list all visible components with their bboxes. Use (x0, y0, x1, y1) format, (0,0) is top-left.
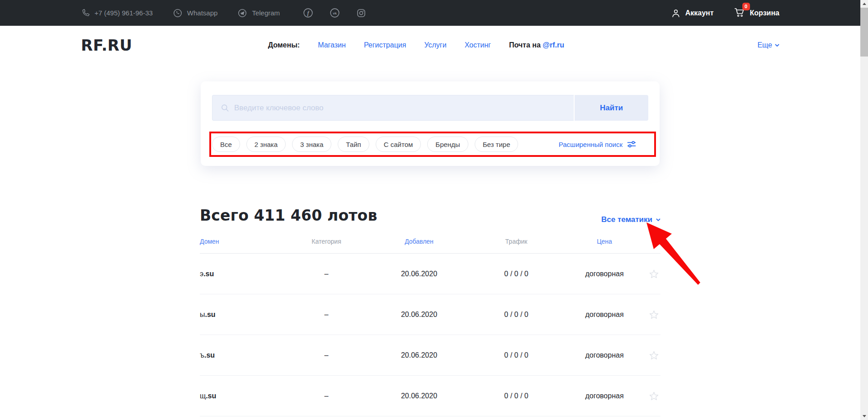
social-icons: f vk (302, 7, 367, 19)
category-cell: – (286, 270, 367, 278)
traffic-cell: 0 / 0 / 0 (471, 351, 561, 359)
account-icon (671, 8, 681, 18)
topbar-user-area: Аккаунт 0 Корзина (671, 7, 779, 19)
price-cell: договорная (561, 351, 647, 359)
domain-name[interactable]: ы.su (200, 311, 286, 319)
favorite-button[interactable] (647, 391, 660, 401)
account-button[interactable]: Аккаунт (671, 8, 714, 18)
domains-table: э.su – 20.06.2020 0 / 0 / 0 договорная ы… (200, 254, 660, 416)
whatsapp-icon (173, 8, 183, 18)
star-icon (649, 310, 659, 320)
telegram-label[interactable]: Telegram (252, 9, 280, 17)
whatsapp-label[interactable]: Whatsapp (187, 9, 218, 17)
scrollbar-down-button[interactable] (860, 412, 868, 420)
column-header: Категория (286, 238, 367, 245)
topbar: +7 (495) 961-96-33 Whatsapp Telegram f v… (0, 0, 860, 26)
advanced-search-label[interactable]: Расширенный поиск (559, 141, 623, 148)
cart-label[interactable]: Корзина (750, 9, 779, 17)
search-submit-button[interactable]: Найти (574, 95, 648, 121)
nav-link[interactable]: Регистрация (364, 41, 406, 49)
instagram-icon[interactable] (356, 8, 367, 19)
filter-chip[interactable]: Без тире (475, 137, 519, 152)
star-icon (649, 269, 659, 279)
filter-chip[interactable]: Все (212, 137, 240, 152)
svg-text:f: f (307, 10, 310, 16)
scrollbar-thumb[interactable] (860, 8, 868, 57)
more-menu-button[interactable]: Еще (757, 41, 779, 49)
filter-chip[interactable]: Бренды (427, 137, 468, 152)
domain-name[interactable]: щ.su (200, 392, 286, 400)
table-row[interactable]: ы.su – 20.06.2020 0 / 0 / 0 договорная (200, 294, 660, 335)
svg-text:vk: vk (333, 11, 337, 15)
filter-chip[interactable]: 2 знака (246, 137, 286, 152)
facebook-icon[interactable]: f (302, 7, 314, 19)
page: +7 (495) 961-96-33 Whatsapp Telegram f v… (0, 0, 860, 420)
favorite-button[interactable] (647, 350, 660, 360)
mail-link[interactable]: @rf.ru (542, 41, 564, 49)
table-row[interactable]: ъ.su – 20.06.2020 0 / 0 / 0 договорная (200, 335, 660, 376)
scrollbar-up-button[interactable] (860, 0, 868, 8)
cart-button[interactable]: 0 Корзина (734, 7, 779, 19)
more-label[interactable]: Еще (757, 41, 772, 49)
price-cell: договорная (561, 392, 647, 400)
topbar-contacts: +7 (495) 961-96-33 Whatsapp Telegram f v… (81, 7, 367, 19)
favorite-button[interactable] (647, 269, 660, 279)
phone-icon (81, 9, 90, 18)
mail-nav-item: Почта на @rf.ru (509, 41, 564, 49)
chevron-down-icon (775, 44, 779, 47)
category-cell: – (286, 311, 367, 319)
telegram-icon (237, 8, 247, 18)
filter-chip[interactable]: Тайп (338, 137, 369, 152)
category-cell: – (286, 351, 367, 359)
filter-chips-row: Все2 знака3 знакаТайпС сайтомБрендыБез т… (212, 137, 648, 152)
topics-label[interactable]: Все тематики (601, 215, 652, 224)
phone-link[interactable]: +7 (495) 961-96-33 (81, 9, 153, 18)
column-header: Трафик (471, 238, 561, 245)
scrollbar[interactable] (860, 0, 868, 420)
filter-chip[interactable]: С сайтом (376, 137, 421, 152)
added-date-cell: 20.06.2020 (367, 351, 471, 359)
star-icon (649, 350, 659, 360)
site-header: RF.RU Домены: МагазинРегистрацияУслугиХо… (0, 26, 860, 65)
search-card: Найти Все2 знака3 знакаТайпС сайтомБренд… (201, 81, 660, 166)
traffic-cell: 0 / 0 / 0 (471, 311, 561, 319)
domain-name[interactable]: ъ.su (200, 351, 286, 359)
favorite-button[interactable] (647, 310, 660, 320)
sliders-icon (627, 140, 637, 148)
search-input[interactable] (234, 104, 566, 113)
domain-name[interactable]: э.su (200, 270, 286, 278)
advanced-search-button[interactable]: Расширенный поиск (559, 140, 637, 148)
table-row[interactable]: э.su – 20.06.2020 0 / 0 / 0 договорная (200, 254, 660, 294)
added-date-cell: 20.06.2020 (367, 270, 471, 278)
price-cell: договорная (561, 311, 647, 319)
nav-link[interactable]: Хостинг (465, 41, 491, 49)
added-date-cell: 20.06.2020 (367, 311, 471, 319)
nav-link[interactable]: Магазин (318, 41, 346, 49)
traffic-cell: 0 / 0 / 0 (471, 392, 561, 400)
account-label[interactable]: Аккаунт (685, 9, 714, 17)
cart-count-badge: 0 (742, 3, 750, 10)
search-icon (221, 104, 230, 113)
nav-link[interactable]: Услуги (424, 41, 446, 49)
filter-chip[interactable]: 3 знака (292, 137, 331, 152)
mail-prefix: Почта на (509, 41, 541, 49)
phone-number[interactable]: +7 (495) 961-96-33 (94, 9, 153, 17)
price-cell: договорная (561, 270, 647, 278)
table-header-row: ДоменКатегорияДобавленТрафикЦена (200, 238, 660, 254)
star-icon (649, 391, 659, 401)
vk-icon[interactable]: vk (329, 7, 340, 19)
column-header: Цена (561, 238, 647, 245)
search-field[interactable] (212, 95, 574, 121)
domains-label: Домены: (268, 41, 300, 49)
topics-dropdown[interactable]: Все тематики (601, 215, 660, 224)
telegram-link[interactable]: Telegram (237, 8, 280, 18)
site-logo[interactable]: RF.RU (81, 36, 132, 54)
whatsapp-link[interactable]: Whatsapp (173, 8, 218, 18)
main-nav: Домены: МагазинРегистрацияУслугиХостинг … (268, 41, 564, 49)
category-cell: – (286, 392, 367, 400)
traffic-cell: 0 / 0 / 0 (471, 270, 561, 278)
column-header: Домен (200, 238, 286, 245)
chevron-down-icon (656, 218, 660, 222)
table-row[interactable]: щ.su – 20.06.2020 0 / 0 / 0 договорная (200, 376, 660, 416)
lots-total-title: Всего 411 460 лотов (200, 207, 377, 224)
